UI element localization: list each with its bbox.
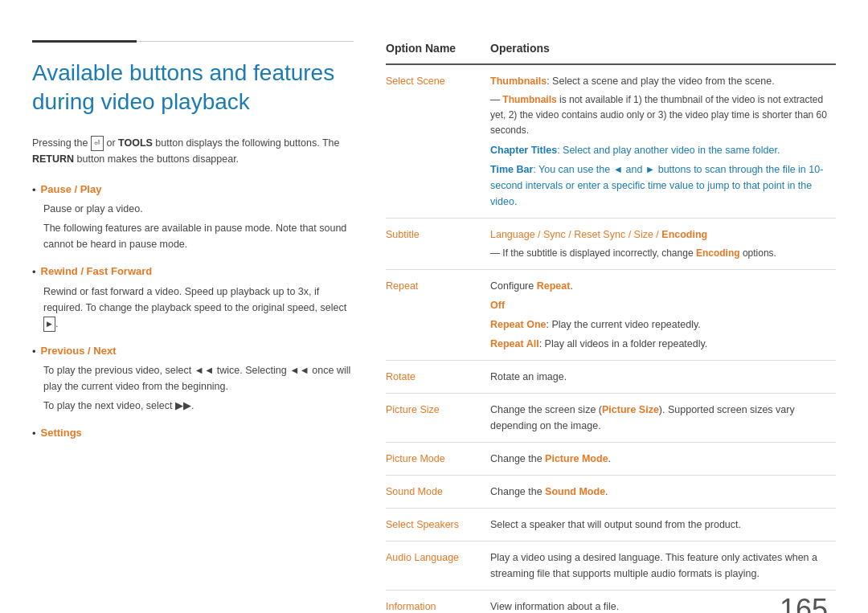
table-header: Option Name Operations xyxy=(386,40,836,65)
table-row-information: Information View information about a fil… xyxy=(386,591,836,613)
op-time-bar: Time Bar: You can use the ◄ and ► button… xyxy=(490,161,836,210)
table-row-audio-language: Audio Language Play a video using a desi… xyxy=(386,541,836,591)
option-label-picture-size: Picture Size xyxy=(386,402,490,434)
ops-subtitle: Language / Sync / Reset Sync / Size / En… xyxy=(490,227,836,261)
bullet-dot: • xyxy=(32,426,36,442)
ops-picture-size: Change the screen size (Picture Size). S… xyxy=(490,402,836,434)
rule-dark xyxy=(32,40,137,43)
table-row-picture-size: Picture Size Change the screen size (Pic… xyxy=(386,394,836,443)
option-label-picture-mode: Picture Mode xyxy=(386,451,490,467)
page-number: 165 xyxy=(780,588,828,613)
option-label-repeat: Repeat xyxy=(386,278,490,352)
op-sound-mode-desc: Change the Sound Mode. xyxy=(490,484,836,500)
table-row-select-speakers: Select Speakers Select a speaker that wi… xyxy=(386,509,836,541)
bullet-dot: • xyxy=(32,344,36,360)
bullet-dot: • xyxy=(32,182,36,198)
bullet-list: • Pause / Play Pause or play a video. Th… xyxy=(32,182,354,442)
ops-rotate: Rotate an image. xyxy=(490,369,836,385)
ops-repeat: Configure Repeat. Off Repeat One: Play t… xyxy=(490,278,836,352)
bullet-header: • Pause / Play xyxy=(32,182,354,198)
bullet-dot: • xyxy=(32,264,36,280)
list-item: • Rewind / Fast Forward Rewind or fast f… xyxy=(32,264,354,332)
col-operations-header: Operations xyxy=(490,40,836,57)
list-item: • Settings xyxy=(32,425,354,442)
top-rule xyxy=(32,40,354,43)
ops-audio-language: Play a video using a desired language. T… xyxy=(490,550,836,582)
option-label-information: Information xyxy=(386,599,490,613)
op-subtitle-note: ― If the subtitle is displayed incorrect… xyxy=(490,246,836,261)
right-column: Option Name Operations Select Scene Thum… xyxy=(386,40,836,613)
ops-picture-mode: Change the Picture Mode. xyxy=(490,451,836,467)
list-item: • Pause / Play Pause or play a video. Th… xyxy=(32,182,354,253)
table-row-repeat: Repeat Configure Repeat. Off Repeat One:… xyxy=(386,270,836,361)
ops-select-scene: Thumbnails: Select a scene and play the … xyxy=(490,73,836,210)
bullet-desc-prev: To play the previous video, select ◄◄ tw… xyxy=(43,362,354,394)
op-chapter-titles: Chapter Titles: Select and play another … xyxy=(490,142,836,158)
ops-sound-mode: Change the Sound Mode. xyxy=(490,484,836,500)
op-repeat-all: Repeat All: Play all videos in a folder … xyxy=(490,336,836,352)
op-subtitle-links: Language / Sync / Reset Sync / Size / En… xyxy=(490,227,836,243)
table-row-picture-mode: Picture Mode Change the Picture Mode. xyxy=(386,443,836,476)
option-label-select-speakers: Select Speakers xyxy=(386,517,490,533)
table-row-rotate: Rotate Rotate an image. xyxy=(386,361,836,394)
col-option-header: Option Name xyxy=(386,40,490,57)
intro-text: Pressing the ⏎ or TOOLS button displays … xyxy=(32,135,354,167)
page-title: Available buttons and features during vi… xyxy=(32,59,354,117)
bullet-desc-next: To play the next video, select ▶▶. xyxy=(43,398,354,414)
bullet-label-settings: Settings xyxy=(41,425,82,441)
table-row-sound-mode: Sound Mode Change the Sound Mode. xyxy=(386,476,836,509)
list-item: • Previous / Next To play the previous v… xyxy=(32,343,354,415)
table-row-select-scene: Select Scene Thumbnails: Select a scene … xyxy=(386,65,836,219)
left-column: Available buttons and features during vi… xyxy=(32,40,354,613)
bullet-desc-1: Pause or play a video. xyxy=(43,201,354,217)
bullet-header: • Settings xyxy=(32,425,354,442)
op-picture-size-desc: Change the screen size (Picture Size). S… xyxy=(490,402,836,434)
bullet-label-pause-play: Pause / Play xyxy=(41,182,102,198)
option-label-subtitle: Subtitle xyxy=(386,227,490,261)
ops-select-speakers: Select a speaker that will output sound … xyxy=(490,517,836,533)
bullet-label-prev-next: Previous / Next xyxy=(41,343,117,359)
table-row-subtitle: Subtitle Language / Sync / Reset Sync / … xyxy=(386,219,836,270)
bullet-label-rewind: Rewind / Fast Forward xyxy=(41,264,153,280)
bullet-header: • Rewind / Fast Forward xyxy=(32,264,354,280)
op-thumbnails-note: ― Thumbnails is not available if 1) the … xyxy=(490,92,836,139)
option-label-select-scene: Select Scene xyxy=(386,73,490,210)
op-select-speakers-desc: Select a speaker that will output sound … xyxy=(490,517,836,533)
op-thumbnails-main: Thumbnails: Select a scene and play the … xyxy=(490,73,836,89)
op-picture-mode-desc: Change the Picture Mode. xyxy=(490,451,836,467)
rule-light xyxy=(137,41,354,42)
bullet-header: • Previous / Next xyxy=(32,343,354,360)
op-repeat-one: Repeat One: Play the current video repea… xyxy=(490,317,836,333)
op-audio-language-desc: Play a video using a desired language. T… xyxy=(490,550,836,582)
op-off: Off xyxy=(490,297,836,313)
op-configure-repeat: Configure Repeat. xyxy=(490,278,836,294)
bullet-desc-rewind: Rewind or fast forward a video. Speed up… xyxy=(43,284,354,332)
bullet-desc-2: The following features are available in … xyxy=(43,220,354,252)
op-rotate-desc: Rotate an image. xyxy=(490,369,836,385)
option-label-rotate: Rotate xyxy=(386,369,490,385)
option-label-audio-language: Audio Language xyxy=(386,550,490,582)
option-label-sound-mode: Sound Mode xyxy=(386,484,490,500)
